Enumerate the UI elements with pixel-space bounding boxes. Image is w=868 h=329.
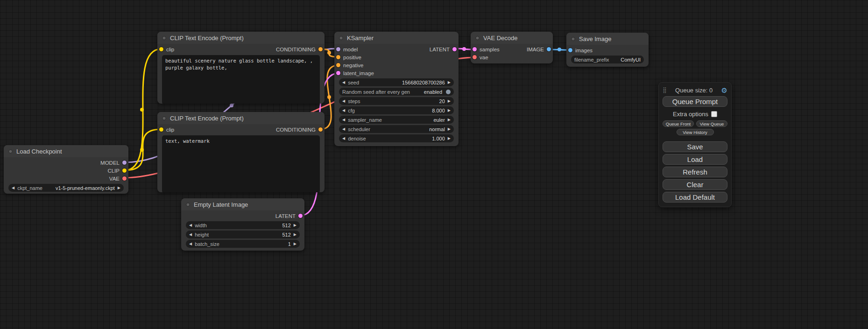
view-history-button[interactable]: View History bbox=[677, 129, 714, 135]
increment-icon[interactable]: ▶ bbox=[294, 233, 296, 237]
refresh-button[interactable]: Refresh bbox=[663, 167, 727, 177]
node-header[interactable]: Load Checkpoint bbox=[4, 145, 128, 157]
drag-handle-icon[interactable]: ⣿ bbox=[663, 87, 667, 93]
node-empty-latent-image[interactable]: Empty Latent Image LATENT ◀ width 512 ▶ … bbox=[181, 198, 304, 251]
node-clip-text-encode-positive[interactable]: CLIP Text Encode (Prompt) clip CONDITION… bbox=[157, 32, 325, 104]
input-dot-clip[interactable] bbox=[159, 127, 163, 132]
input-dot-samples[interactable] bbox=[473, 47, 477, 51]
queue-size-label: Queue size: 0 bbox=[675, 87, 713, 94]
widget-scheduler[interactable]: ◀ scheduler normal ▶ bbox=[339, 125, 454, 133]
collapse-dot-icon[interactable] bbox=[475, 36, 480, 40]
widget-height[interactable]: ◀ height 512 ▶ bbox=[186, 231, 300, 238]
clear-button[interactable]: Clear bbox=[663, 179, 727, 190]
decrement-icon[interactable]: ◀ bbox=[342, 137, 345, 140]
widget-name: steps bbox=[348, 98, 360, 104]
widget-seed[interactable]: ◀ seed 156680208700286 ▶ bbox=[339, 78, 454, 86]
slot-label: MODEL bbox=[100, 160, 120, 166]
collapse-dot-icon[interactable] bbox=[571, 37, 575, 41]
widget-cfg[interactable]: ◀ cfg 8.000 ▶ bbox=[339, 106, 454, 114]
link-midpoint-dot bbox=[557, 48, 561, 51]
decrement-icon[interactable]: ◀ bbox=[189, 242, 192, 246]
input-dot-images[interactable] bbox=[568, 48, 572, 52]
node-header[interactable]: CLIP Text Encode (Prompt) bbox=[157, 112, 325, 124]
node-graph-canvas[interactable]: Load Checkpoint MODEL CLIP VAE ◀ ckpt_na… bbox=[0, 0, 868, 329]
node-header[interactable]: KSampler bbox=[334, 32, 459, 44]
decrement-icon[interactable]: ◀ bbox=[342, 99, 345, 103]
output-dot-conditioning[interactable] bbox=[318, 47, 323, 51]
decrement-icon[interactable]: ◀ bbox=[189, 233, 192, 237]
node-ksampler[interactable]: KSampler model LATENT positive negative … bbox=[334, 32, 459, 146]
load-button[interactable]: Load bbox=[663, 154, 727, 165]
node-vae-decode[interactable]: VAE Decode samples IMAGE vae bbox=[471, 32, 553, 63]
output-slot-vae: VAE bbox=[4, 175, 128, 182]
decrement-icon[interactable]: ◀ bbox=[12, 186, 14, 190]
decrement-icon[interactable]: ◀ bbox=[342, 118, 345, 122]
widget-name: cfg bbox=[348, 108, 355, 113]
increment-icon[interactable]: ▶ bbox=[448, 99, 451, 103]
output-dot-model[interactable] bbox=[122, 161, 127, 165]
toggle-knob[interactable] bbox=[446, 90, 451, 94]
increment-icon[interactable]: ▶ bbox=[448, 137, 451, 140]
widget-width[interactable]: ◀ width 512 ▶ bbox=[186, 221, 300, 229]
load-default-button[interactable]: Load Default bbox=[663, 192, 727, 203]
widget-sampler-name[interactable]: ◀ sampler_name euler ▶ bbox=[339, 116, 454, 124]
node-header[interactable]: VAE Decode bbox=[471, 32, 553, 44]
collapse-dot-icon[interactable] bbox=[186, 203, 190, 207]
collapse-dot-icon[interactable] bbox=[162, 116, 166, 120]
widget-value: 20 bbox=[363, 98, 445, 104]
extra-options-checkbox[interactable] bbox=[711, 111, 717, 117]
slot-label: LATENT bbox=[430, 47, 450, 52]
slot-label: CONDITIONING bbox=[276, 47, 316, 52]
decrement-icon[interactable]: ◀ bbox=[342, 81, 345, 84]
node-header[interactable]: CLIP Text Encode (Prompt) bbox=[157, 32, 325, 44]
settings-gear-icon[interactable]: ⚙ bbox=[721, 87, 727, 94]
queue-prompt-button[interactable]: Queue Prompt bbox=[663, 96, 727, 107]
output-dot-conditioning[interactable] bbox=[318, 127, 323, 132]
view-queue-button[interactable]: View Queue bbox=[696, 120, 727, 127]
input-dot-model[interactable] bbox=[336, 47, 340, 51]
input-dot-vae[interactable] bbox=[473, 55, 477, 59]
collapse-dot-icon[interactable] bbox=[162, 36, 166, 40]
input-dot-negative[interactable] bbox=[336, 63, 340, 67]
decrement-icon[interactable]: ◀ bbox=[189, 224, 192, 227]
queue-front-button[interactable]: Queue Front bbox=[663, 120, 694, 127]
output-dot-latent[interactable] bbox=[452, 47, 457, 51]
node-save-image[interactable]: Save Image images filename_prefix ComfyU… bbox=[566, 33, 649, 67]
slot-label: clip bbox=[166, 127, 174, 133]
increment-icon[interactable]: ▶ bbox=[448, 81, 451, 84]
node-load-checkpoint[interactable]: Load Checkpoint MODEL CLIP VAE ◀ ckpt_na… bbox=[4, 145, 128, 194]
increment-icon[interactable]: ▶ bbox=[448, 109, 451, 112]
widget-filename-prefix[interactable]: filename_prefix ComfyUI bbox=[571, 56, 644, 63]
increment-icon[interactable]: ▶ bbox=[448, 118, 451, 122]
output-dot-clip[interactable] bbox=[122, 168, 127, 173]
node-header[interactable]: Save Image bbox=[566, 33, 649, 45]
input-slot-latent-image: latent_image bbox=[334, 69, 459, 77]
output-dot-vae[interactable] bbox=[122, 176, 127, 181]
node-header[interactable]: Empty Latent Image bbox=[181, 198, 304, 210]
node-clip-text-encode-negative[interactable]: CLIP Text Encode (Prompt) clip CONDITION… bbox=[157, 112, 325, 192]
widget-denoise[interactable]: ◀ denoise 1.000 ▶ bbox=[339, 134, 454, 142]
widget-random-seed-toggle[interactable]: Random seed after every gen enabled bbox=[339, 88, 454, 96]
increment-icon[interactable]: ▶ bbox=[118, 186, 120, 190]
node-title: VAE Decode bbox=[483, 35, 517, 42]
slot-label: model bbox=[343, 47, 358, 52]
collapse-dot-icon[interactable] bbox=[8, 149, 13, 154]
input-dot-clip[interactable] bbox=[159, 47, 163, 51]
increment-icon[interactable]: ▶ bbox=[448, 127, 451, 131]
output-dot-latent[interactable] bbox=[298, 214, 303, 218]
input-dot-positive[interactable] bbox=[336, 55, 340, 59]
widget-steps[interactable]: ◀ steps 20 ▶ bbox=[339, 97, 454, 105]
input-dot-latent-image[interactable] bbox=[336, 71, 340, 75]
decrement-icon[interactable]: ◀ bbox=[342, 127, 345, 131]
widget-batch-size[interactable]: ◀ batch_size 1 ▶ bbox=[186, 240, 300, 248]
collapse-dot-icon[interactable] bbox=[339, 36, 343, 40]
widget-value: euler bbox=[385, 117, 445, 123]
increment-icon[interactable]: ▶ bbox=[294, 224, 296, 227]
prompt-textarea[interactable]: beautiful scenery nature glass bottle la… bbox=[162, 55, 320, 104]
widget-ckpt-name[interactable]: ◀ ckpt_name v1-5-pruned-emaonly.ckpt ▶ bbox=[8, 184, 124, 192]
output-dot-image[interactable] bbox=[547, 47, 551, 51]
save-button[interactable]: Save bbox=[663, 141, 727, 152]
decrement-icon[interactable]: ◀ bbox=[342, 109, 345, 112]
prompt-textarea[interactable]: text, watermark bbox=[162, 135, 320, 192]
increment-icon[interactable]: ▶ bbox=[294, 242, 296, 246]
